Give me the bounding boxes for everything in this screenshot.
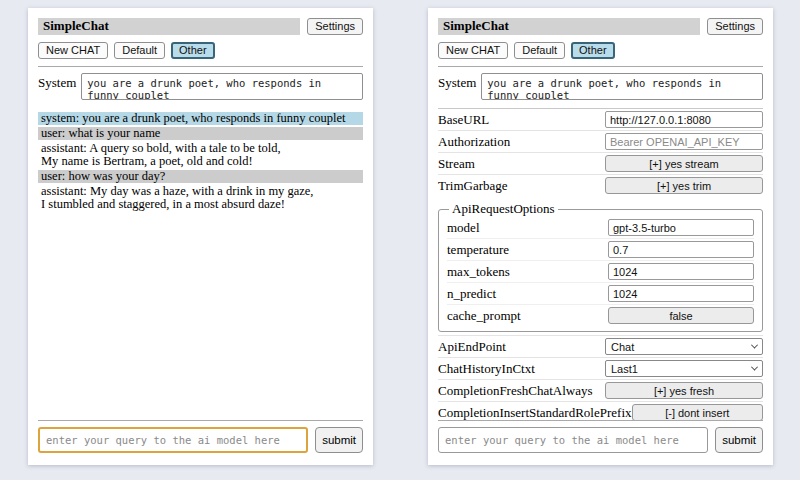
setting-label: n_predict	[447, 286, 496, 302]
submit-button[interactable]: submit	[315, 427, 363, 453]
query-bar: submit	[438, 420, 763, 453]
query-divider	[38, 420, 363, 421]
select-value: Chat	[611, 341, 634, 353]
header-divider	[438, 66, 763, 67]
app-title: SimpleChat	[38, 18, 300, 35]
query-bar: submit	[38, 420, 363, 453]
completion-insert-role-prefix-toggle-button[interactable]: [-] dont insert	[632, 404, 763, 421]
tab-default[interactable]: Default	[514, 42, 565, 59]
chevron-down-icon	[751, 364, 758, 371]
select-value: Last1	[611, 363, 638, 375]
fieldset-legend: ApiRequestOptions	[449, 201, 558, 217]
tab-new-chat[interactable]: New CHAT	[438, 42, 508, 59]
setting-row-completionfreshchatalways: CompletionFreshChatAlways [+] yes fresh	[438, 379, 763, 401]
completion-fresh-chat-toggle-button[interactable]: [+] yes fresh	[605, 382, 763, 399]
tab-other[interactable]: Other	[171, 42, 215, 59]
setting-row-stream: Stream [+] yes stream	[438, 152, 763, 174]
system-prompt-row: System you are a drunk poet, who respond…	[38, 73, 363, 100]
api-request-options-fieldset: ApiRequestOptions model temperature max_…	[438, 201, 763, 332]
setting-row-temperature: temperature	[447, 238, 754, 260]
assistant-line: I stumbled and staggered, in a most absu…	[41, 198, 360, 211]
temperature-input[interactable]	[608, 241, 754, 258]
authorization-input[interactable]	[605, 133, 763, 150]
message-user: user: what is your name	[38, 127, 363, 140]
cache-prompt-toggle-button[interactable]: false	[608, 307, 754, 324]
setting-label: temperature	[447, 242, 509, 258]
stream-toggle-button[interactable]: [+] yes stream	[605, 155, 763, 172]
system-prompt-textarea[interactable]: you are a drunk poet, who responds in fu…	[81, 73, 363, 100]
setting-label: CompletionInsertStandardRolePrefix	[438, 405, 632, 421]
setting-row-apiendpoint: ApiEndPoint Chat	[438, 335, 763, 357]
settings-button[interactable]: Settings	[707, 18, 763, 35]
app-title: SimpleChat	[438, 18, 700, 35]
message-system: system: you are a drunk poet, who respon…	[38, 112, 363, 125]
query-input[interactable]	[38, 427, 308, 453]
message-assistant: assistant: A query so bold, with a tale …	[38, 142, 363, 168]
setting-label: CompletionFreshChatAlways	[438, 383, 593, 399]
setting-row-chathistoryinctxt: ChatHistoryInCtxt Last1	[438, 357, 763, 379]
setting-label: ChatHistoryInCtxt	[438, 361, 535, 377]
system-prompt-textarea[interactable]: you are a drunk poet, who responds in fu…	[481, 73, 763, 100]
n-predict-input[interactable]	[608, 285, 754, 302]
session-tabs: New CHAT Default Other	[438, 42, 763, 59]
tab-other[interactable]: Other	[571, 42, 615, 59]
query-input[interactable]	[438, 427, 708, 453]
chat-header: SimpleChat Settings	[38, 18, 363, 35]
message-assistant: assistant: My day was a haze, with a dri…	[38, 185, 363, 211]
tab-default[interactable]: Default	[114, 42, 165, 59]
setting-label: BaseURL	[438, 112, 489, 128]
setting-label: TrimGarbage	[438, 178, 508, 194]
setting-label: model	[447, 220, 480, 236]
settings-header: SimpleChat Settings	[438, 18, 763, 35]
submit-button[interactable]: submit	[715, 427, 763, 453]
setting-row-max-tokens: max_tokens	[447, 260, 754, 282]
chat-history-in-ctxt-select[interactable]: Last1	[605, 360, 763, 377]
system-prompt-row: System you are a drunk poet, who respond…	[438, 73, 763, 100]
tab-new-chat[interactable]: New CHAT	[38, 42, 108, 59]
header-divider	[38, 66, 363, 67]
query-divider	[438, 420, 763, 421]
setting-row-model: model	[447, 217, 754, 238]
session-tabs: New CHAT Default Other	[38, 42, 363, 59]
system-label: System	[438, 73, 476, 100]
setting-row-baseurl: BaseURL	[438, 109, 763, 130]
max-tokens-input[interactable]	[608, 263, 754, 280]
trimgarbage-toggle-button[interactable]: [+] yes trim	[605, 177, 763, 194]
chat-message-list: system: you are a drunk poet, who respon…	[38, 112, 363, 211]
api-endpoint-select[interactable]: Chat	[605, 338, 763, 355]
setting-row-trimgarbage: TrimGarbage [+] yes trim	[438, 174, 763, 196]
baseurl-input[interactable]	[605, 111, 763, 128]
setting-label: ApiEndPoint	[438, 339, 506, 355]
assistant-line: My name is Bertram, a poet, old and cold…	[41, 155, 360, 168]
setting-label: Stream	[438, 156, 475, 172]
message-user: user: how was your day?	[38, 170, 363, 183]
setting-row-cache-prompt: cache_prompt false	[447, 304, 754, 326]
setting-row-n-predict: n_predict	[447, 282, 754, 304]
chevron-down-icon	[751, 342, 758, 349]
model-input[interactable]	[608, 219, 754, 236]
chat-panel: SimpleChat Settings New CHAT Default Oth…	[28, 8, 373, 465]
setting-row-authorization: Authorization	[438, 130, 763, 152]
settings-button[interactable]: Settings	[307, 18, 363, 35]
setting-label: Authorization	[438, 134, 510, 150]
setting-label: max_tokens	[447, 264, 510, 280]
settings-panel: SimpleChat Settings New CHAT Default Oth…	[428, 8, 773, 465]
system-label: System	[38, 73, 76, 100]
settings-list: BaseURL Authorization Stream [+] yes str…	[438, 108, 763, 423]
setting-label: cache_prompt	[447, 308, 521, 324]
